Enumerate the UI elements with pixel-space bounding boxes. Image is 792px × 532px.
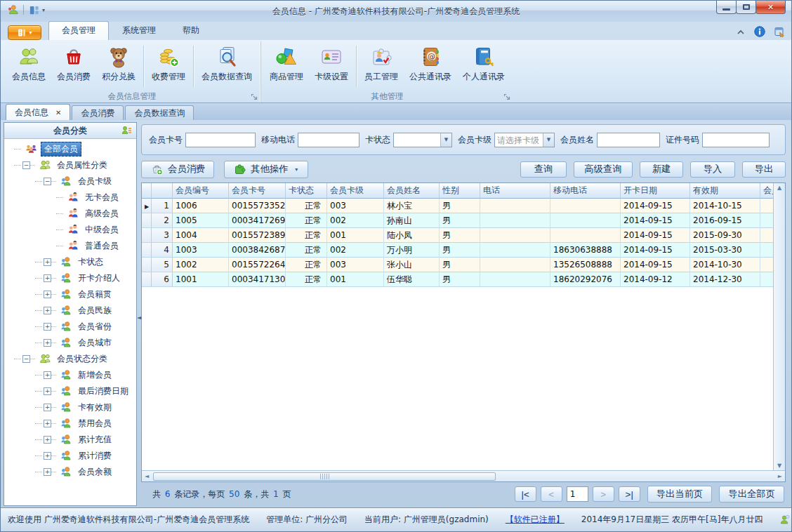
doc-tab-会员消费[interactable]: 会员消费 <box>72 105 124 120</box>
tree-header-icon[interactable] <box>121 125 133 136</box>
collapse-minus-icon[interactable]: − <box>44 178 51 185</box>
combo-dropdown-icon[interactable]: ▼ <box>543 133 554 147</box>
collapse-ribbon-icon[interactable] <box>736 28 746 36</box>
column-header-会员[interactable]: 会员 <box>760 183 773 199</box>
expand-plus-icon[interactable]: + <box>44 323 51 331</box>
table-row-1[interactable]: ▶110060015573352正常003林小宝男2014-09-152014-… <box>142 199 773 213</box>
ribbon-button-会员数据查询[interactable]: 会员数据查询 <box>196 43 258 90</box>
tree-item-新增会员[interactable]: +新增会员 <box>4 367 136 383</box>
column-header-有效期[interactable]: 有效期 <box>690 183 760 199</box>
ribbon-button-个人通讯录[interactable]: 个人通讯录 <box>457 43 510 90</box>
tree-item-会员省份[interactable]: +会员省份 <box>4 319 136 335</box>
tree-item-累计充值[interactable]: +累计充值 <box>4 432 136 448</box>
table-row-2[interactable]: 210050003417269正常002孙南山男2014-09-152016-0… <box>142 213 773 228</box>
expand-plus-icon[interactable]: + <box>44 468 51 476</box>
tree-item-卡状态[interactable]: +卡状态 <box>4 254 136 270</box>
horizontal-scroll-thumb[interactable] <box>153 472 496 481</box>
filter-input-证件号码[interactable] <box>702 133 770 147</box>
button-查询[interactable]: 查询 <box>520 161 567 178</box>
scroll-right-icon[interactable]: ► <box>778 473 782 479</box>
filter-combo-卡状态[interactable]: ▼ <box>393 133 452 147</box>
ribbon-button-卡级设置[interactable]: 卡级设置 <box>309 43 354 90</box>
tree-item-会员籍贯[interactable]: +会员籍贯 <box>4 286 136 302</box>
tree-item-会员民族[interactable]: +会员民族 <box>4 302 136 319</box>
info-icon[interactable] <box>754 26 765 37</box>
column-header-会员姓名[interactable]: 会员姓名 <box>384 183 440 199</box>
filter-combo-会员卡级[interactable]: 请选择卡级▼ <box>494 133 555 147</box>
tree-item-禁用会员[interactable]: +禁用会员 <box>4 415 136 432</box>
about-icon[interactable] <box>774 26 786 37</box>
column-header-性别[interactable]: 性别 <box>440 183 480 199</box>
filter-input-会员姓名[interactable] <box>597 133 660 147</box>
expand-plus-icon[interactable]: + <box>44 339 51 347</box>
tree-item-最后消费日期[interactable]: +最后消费日期 <box>4 383 136 399</box>
ribbon-button-会员消费[interactable]: 会员消费 <box>51 43 96 90</box>
toolbar-button-会员消费[interactable]: 会员消费 <box>141 161 214 178</box>
collapse-minus-icon[interactable]: − <box>22 161 30 169</box>
ribbon-tab-2[interactable]: 系统管理 <box>109 21 169 40</box>
button-高级查询[interactable]: 高级查询 <box>574 161 633 178</box>
column-header-会员编号[interactable]: 会员编号 <box>173 183 229 199</box>
tree-item-会员余额[interactable]: +会员余额 <box>4 464 136 480</box>
filter-input-移动电话[interactable] <box>298 133 359 147</box>
ribbon-button-商品管理[interactable]: 商品管理 <box>264 43 309 90</box>
page-number-input[interactable] <box>567 486 588 502</box>
ribbon-button-公共通讯录[interactable]: @公共通讯录 <box>404 43 457 90</box>
table-row-4[interactable]: 410030003842687正常002万小明男186306388882014-… <box>142 243 773 258</box>
first-page-button[interactable]: |< <box>515 486 536 502</box>
prev-page-button[interactable]: < <box>541 486 562 502</box>
tree-item-会员城市[interactable]: +会员城市 <box>4 335 136 351</box>
splitter-collapse-icon[interactable]: ◄ <box>137 314 141 321</box>
expand-plus-icon[interactable]: + <box>44 452 51 460</box>
tab-close-icon[interactable]: ✕ <box>55 109 61 117</box>
doc-tab-会员信息[interactable]: 会员信息✕ <box>6 104 70 120</box>
ribbon-button-会员信息[interactable]: 会员信息 <box>6 43 51 90</box>
online-user-icon[interactable] <box>779 514 790 525</box>
app-menu-button[interactable]: ▾ <box>8 25 41 40</box>
column-header-移动电话[interactable]: 移动电话 <box>550 183 621 199</box>
table-row-3[interactable]: 310040015572389正常001陆小凤男2014-09-152015-0… <box>142 228 773 243</box>
expand-plus-icon[interactable]: + <box>44 404 51 411</box>
next-page-button[interactable]: > <box>593 486 614 502</box>
toolbar-button-其他操作[interactable]: 其他操作▼ <box>224 161 308 178</box>
combo-dropdown-icon[interactable]: ▼ <box>440 133 451 147</box>
tree-item-卡有效期[interactable]: +卡有效期 <box>4 399 136 415</box>
dialog-launcher-icon[interactable] <box>503 93 510 100</box>
scroll-up-icon[interactable]: ▲ <box>777 185 781 191</box>
button-新建[interactable]: 新建 <box>640 161 683 178</box>
tree-item-会员状态分类[interactable]: −会员状态分类 <box>4 351 136 367</box>
export-all-pages-button[interactable]: 导出全部页 <box>719 486 784 503</box>
ribbon-button-收费管理[interactable]: 收费管理 <box>146 43 191 90</box>
tree-item-高级会员[interactable]: 高级会员 <box>4 206 136 222</box>
ribbon-button-员工管理[interactable]: 员工管理 <box>359 43 404 90</box>
tree-item-会员卡级[interactable]: −会员卡级 <box>4 173 136 189</box>
export-current-page-button[interactable]: 导出当前页 <box>647 486 713 503</box>
collapse-minus-icon[interactable]: − <box>22 355 30 363</box>
tree-item-会员属性分类[interactable]: −会员属性分类 <box>4 157 136 173</box>
expand-plus-icon[interactable]: + <box>44 291 51 298</box>
dialog-launcher-icon[interactable] <box>251 93 258 100</box>
expand-plus-icon[interactable]: + <box>44 307 51 314</box>
tree-item-无卡会员[interactable]: 无卡会员 <box>4 189 136 206</box>
scroll-left-icon[interactable]: ◄ <box>145 473 149 479</box>
column-header-卡状态[interactable]: 卡状态 <box>286 183 327 199</box>
doc-tab-会员数据查询[interactable]: 会员数据查询 <box>125 105 194 120</box>
ribbon-button-积分兑换[interactable]: 积分兑换 <box>96 43 141 90</box>
column-header-开卡日期[interactable]: 开卡日期 <box>621 183 690 199</box>
tree-item-开卡介绍人[interactable]: +开卡介绍人 <box>4 270 136 286</box>
column-header-会员卡号[interactable]: 会员卡号 <box>229 183 286 199</box>
last-page-button[interactable]: >| <box>619 486 640 502</box>
table-row-5[interactable]: 510020015572264正常003张小山男135265088882014-… <box>142 258 773 272</box>
table-row-6[interactable]: 610010003417130正常001伍华聪男186202920762014-… <box>142 272 773 287</box>
filter-input-会员卡号[interactable] <box>185 133 256 147</box>
button-导出[interactable]: 导出 <box>742 161 786 178</box>
column-header-会员卡级[interactable]: 会员卡级 <box>327 183 384 199</box>
expand-plus-icon[interactable]: + <box>44 420 51 427</box>
tree-splitter[interactable]: ◄ <box>137 122 141 506</box>
ribbon-tab-1[interactable]: 会员管理 <box>48 21 109 40</box>
expand-plus-icon[interactable]: + <box>44 436 51 444</box>
tree-item-中级会员[interactable]: 中级会员 <box>4 222 136 238</box>
expand-plus-icon[interactable]: + <box>44 371 51 379</box>
horizontal-scrollbar[interactable]: ◄ ► <box>142 470 785 481</box>
scroll-down-icon[interactable]: ▼ <box>777 463 781 469</box>
